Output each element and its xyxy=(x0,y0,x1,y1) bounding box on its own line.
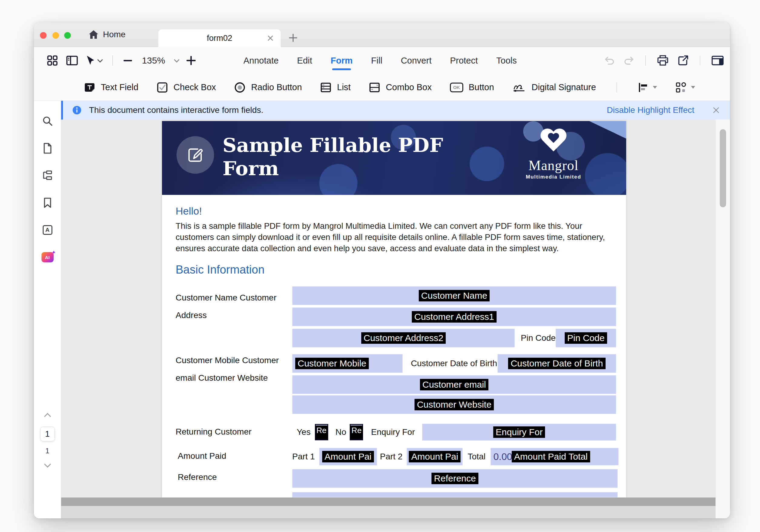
menu-edit[interactable]: Edit xyxy=(297,54,313,67)
close-notice-icon[interactable] xyxy=(712,107,720,114)
digital-signature-icon xyxy=(512,82,526,93)
amount-part1-field[interactable]: Amount Pai xyxy=(319,448,377,466)
side-panel-icon[interactable] xyxy=(66,55,78,66)
page-thumbnails-icon[interactable] xyxy=(34,135,61,162)
amount-part2-field[interactable]: Amount Pai xyxy=(406,448,463,466)
menu-fill[interactable]: Fill xyxy=(371,54,383,67)
scrollbar-thumb[interactable] xyxy=(720,129,726,207)
redo-icon[interactable] xyxy=(623,56,634,66)
customer-name-field[interactable]: Customer Name xyxy=(292,286,616,305)
dob-field[interactable]: Customer Date of Birth xyxy=(498,354,616,373)
customer-mobile-field[interactable]: Customer Mobile xyxy=(292,354,403,373)
tool-button[interactable]: OK Button xyxy=(450,82,494,92)
menu-protect[interactable]: Protect xyxy=(449,54,478,67)
reference-label: Reference xyxy=(178,468,217,486)
sparkle-icon: ✦ xyxy=(52,249,56,256)
outline-icon[interactable] xyxy=(34,162,61,189)
menu-form[interactable]: Form xyxy=(330,54,354,67)
chevron-down-icon xyxy=(691,86,695,89)
document-tab-label: form02 xyxy=(207,34,232,43)
amount-paid-label: Amount Paid xyxy=(178,447,226,465)
customer-email-field[interactable]: Customer email xyxy=(292,375,616,394)
document-viewport[interactable]: Sample Fillable PDF Form Mangrol Multime… xyxy=(61,119,730,518)
customer-address2-field[interactable]: Customer Address2 xyxy=(292,329,515,347)
enquiry-for-field[interactable]: Enquiry For xyxy=(422,424,616,441)
menu-bar: Annotate Edit Form Fill Convert Protect … xyxy=(243,47,517,74)
disable-highlight-link[interactable]: Disable Highlight Effect xyxy=(607,105,694,115)
close-tab-icon[interactable] xyxy=(267,34,274,42)
pin-code-field[interactable]: Pin Code xyxy=(556,329,616,347)
select-tool-button[interactable] xyxy=(86,55,102,66)
distribute-icon xyxy=(675,82,687,93)
text-field-icon xyxy=(84,82,95,93)
logo-subtitle: Multimedia Limited xyxy=(508,174,599,180)
search-icon[interactable] xyxy=(34,108,61,135)
pdf-banner: Sample Fillable PDF Form Mangrol Multime… xyxy=(162,121,626,195)
heart-logo-icon xyxy=(540,129,567,154)
menu-convert[interactable]: Convert xyxy=(400,54,432,67)
tool-check-box[interactable]: Check Box xyxy=(157,82,216,93)
amount-paid-row: Part 1 Amount Pai Part 2 Amount Pai Tota… xyxy=(292,448,619,466)
pdf-page: Sample Fillable PDF Form Mangrol Multime… xyxy=(162,121,626,498)
next-page-icon[interactable] xyxy=(44,461,51,468)
zoom-out-button[interactable] xyxy=(123,59,132,62)
distribute-fields-dropdown[interactable] xyxy=(675,82,695,93)
total-amount-value: 0.00 xyxy=(494,451,512,463)
layout-panel-icon[interactable] xyxy=(711,55,724,66)
part2-label: Part 2 xyxy=(380,452,403,462)
check-box-icon xyxy=(157,82,168,93)
tab-home[interactable]: Home xyxy=(88,22,126,47)
home-icon xyxy=(88,30,99,39)
total-pages-label: 1 xyxy=(45,447,49,455)
reference-field[interactable]: Reference xyxy=(292,469,618,488)
yes-checkbox[interactable]: Re xyxy=(315,424,328,440)
bookmark-icon[interactable] xyxy=(34,189,61,216)
tool-label: Check Box xyxy=(173,82,216,92)
vertical-scrollbar[interactable] xyxy=(716,119,730,518)
zoom-level[interactable]: 135% xyxy=(140,55,167,66)
align-fields-dropdown[interactable] xyxy=(638,82,657,93)
grid-view-icon[interactable] xyxy=(47,55,58,66)
text-annotation-icon[interactable]: A xyxy=(34,216,61,244)
menu-tools[interactable]: Tools xyxy=(496,54,517,67)
print-icon[interactable] xyxy=(657,55,669,66)
returning-customer-label: Returning Customer xyxy=(176,423,252,441)
home-tab-label: Home xyxy=(103,30,126,39)
no-checkbox[interactable]: Re xyxy=(350,424,363,440)
zoom-dropdown-icon[interactable] xyxy=(174,57,179,62)
button-ok-icon: OK xyxy=(450,83,463,92)
main-toolbar: 135% Annotate Edit Form Fill Convert Pro… xyxy=(34,47,730,74)
tool-digital-signature[interactable]: Digital Signature xyxy=(512,82,596,93)
customer-address1-field[interactable]: Customer Address1 xyxy=(292,307,616,326)
maximize-window-button[interactable] xyxy=(64,32,71,39)
ai-assistant-icon[interactable]: AI✦ xyxy=(34,244,61,271)
mangrol-logo: Mangrol Multimedia Limited xyxy=(508,129,599,180)
undo-icon[interactable] xyxy=(604,56,615,66)
zoom-in-button[interactable] xyxy=(186,56,196,65)
current-page-input[interactable]: 1 xyxy=(40,427,55,441)
tool-label: Combo Box xyxy=(386,82,432,92)
tool-list[interactable]: List xyxy=(320,82,351,93)
minimize-window-button[interactable] xyxy=(52,32,59,39)
active-menu-underline xyxy=(332,68,351,70)
left-sidebar: A AI✦ 1 1 xyxy=(34,101,61,518)
tool-text-field[interactable]: Text Field xyxy=(84,82,138,93)
greeting-heading: Hello! xyxy=(176,205,202,217)
tab-document[interactable]: form02 xyxy=(158,29,281,47)
cutoff-field[interactable] xyxy=(292,492,618,498)
no-label: No xyxy=(336,427,346,437)
previous-page-icon[interactable] xyxy=(44,413,51,420)
amount-total-field[interactable]: 0.00 Amount Paid Total xyxy=(491,448,619,466)
tool-radio-button[interactable]: Radio Button xyxy=(234,82,302,93)
new-tab-button[interactable] xyxy=(288,32,299,43)
share-export-icon[interactable] xyxy=(677,55,689,66)
close-window-button[interactable] xyxy=(40,32,47,39)
menu-annotate[interactable]: Annotate xyxy=(243,54,279,67)
combo-box-icon xyxy=(369,82,380,93)
customer-website-field[interactable]: Customer Website xyxy=(292,395,616,414)
page-navigation: 1 1 xyxy=(34,414,61,466)
viewport-bottom-area xyxy=(61,506,730,518)
tool-label: Text Field xyxy=(101,82,138,92)
tool-combo-box[interactable]: Combo Box xyxy=(369,82,432,93)
align-icon xyxy=(638,82,648,93)
